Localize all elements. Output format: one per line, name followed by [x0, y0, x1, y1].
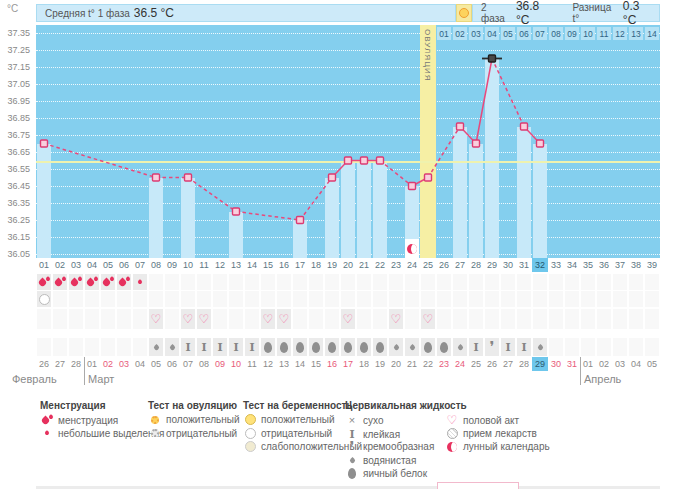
- ovulation-test-positive-icon: [151, 416, 159, 424]
- calendar-date[interactable]: 14: [292, 357, 308, 371]
- temperature-point[interactable]: [521, 123, 528, 130]
- temperature-point[interactable]: [473, 140, 480, 147]
- cycle-day-25[interactable]: 25: [420, 258, 436, 272]
- temperature-point[interactable]: [185, 174, 192, 181]
- cycle-day-33[interactable]: 33: [548, 258, 564, 272]
- cycle-day-06[interactable]: 06: [116, 258, 132, 272]
- calendar-date[interactable]: 27: [52, 357, 68, 371]
- cycle-day-35[interactable]: 35: [580, 258, 596, 272]
- temperature-point[interactable]: [345, 157, 352, 164]
- calendar-date[interactable]: 26: [36, 357, 52, 371]
- cycle-day-37[interactable]: 37: [612, 258, 628, 272]
- cycle-day-21[interactable]: 21: [356, 258, 372, 272]
- calendar-date[interactable]: 31: [564, 357, 580, 371]
- calendar-date[interactable]: 30: [548, 357, 564, 371]
- cycle-day-08[interactable]: 08: [148, 258, 164, 272]
- calendar-date[interactable]: 29: [532, 357, 548, 371]
- cycle-day-19[interactable]: 19: [324, 258, 340, 272]
- temperature-point[interactable]: [297, 217, 304, 224]
- cycle-day-34[interactable]: 34: [564, 258, 580, 272]
- calendar-date[interactable]: 28: [68, 357, 84, 371]
- temperature-point[interactable]: [377, 157, 384, 164]
- calendar-date[interactable]: 15: [308, 357, 324, 371]
- cycle-day-29[interactable]: 29: [484, 258, 500, 272]
- calendar-date[interactable]: 03: [116, 357, 132, 371]
- calendar-date[interactable]: 21: [404, 357, 420, 371]
- cycle-day-10[interactable]: 10: [180, 258, 196, 272]
- calendar-date[interactable]: 26: [484, 357, 500, 371]
- cycle-day-12[interactable]: 12: [212, 258, 228, 272]
- calendar-date[interactable]: 23: [436, 357, 452, 371]
- cycle-day-30[interactable]: 30: [500, 258, 516, 272]
- temperature-point[interactable]: [457, 123, 464, 130]
- cycle-day-05[interactable]: 05: [100, 258, 116, 272]
- cycle-day-23[interactable]: 23: [388, 258, 404, 272]
- cycle-day-07[interactable]: 07: [132, 258, 148, 272]
- calendar-date[interactable]: 12: [260, 357, 276, 371]
- cycle-day-22[interactable]: 22: [372, 258, 388, 272]
- cycle-day-36[interactable]: 36: [596, 258, 612, 272]
- calendar-date[interactable]: 22: [420, 357, 436, 371]
- cycle-day-16[interactable]: 16: [276, 258, 292, 272]
- cycle-day-26[interactable]: 26: [436, 258, 452, 272]
- calendar-date[interactable]: 05: [148, 357, 164, 371]
- temperature-plot[interactable]: ОВУЛЯЦИЯ0102030405060708091011121314: [36, 25, 660, 258]
- cycle-day-04[interactable]: 04: [84, 258, 100, 272]
- calendar-date[interactable]: 04: [628, 357, 644, 371]
- calendar-date[interactable]: 28: [516, 357, 532, 371]
- calendar-date[interactable]: 19: [372, 357, 388, 371]
- cycle-day-15[interactable]: 15: [260, 258, 276, 272]
- calendar-date[interactable]: 01: [84, 357, 100, 371]
- calendar-date[interactable]: 13: [276, 357, 292, 371]
- calendar-date[interactable]: 10: [228, 357, 244, 371]
- day-cell: [149, 338, 163, 356]
- calendar-date[interactable]: 07: [180, 357, 196, 371]
- cycle-day-28[interactable]: 28: [468, 258, 484, 272]
- temperature-point[interactable]: [409, 183, 416, 190]
- calendar-date[interactable]: 25: [468, 357, 484, 371]
- menstruation-drop-icon: [102, 276, 114, 288]
- cycle-day-01[interactable]: 01: [36, 258, 52, 272]
- calendar-date[interactable]: 24: [452, 357, 468, 371]
- calendar-date[interactable]: 11: [244, 357, 260, 371]
- calendar-date[interactable]: 18: [356, 357, 372, 371]
- cycle-day-24[interactable]: 24: [404, 258, 420, 272]
- calendar-date[interactable]: 06: [164, 357, 180, 371]
- temperature-point[interactable]: [329, 174, 336, 181]
- temperature-point[interactable]: [425, 174, 432, 181]
- cycle-day-03[interactable]: 03: [68, 258, 84, 272]
- cycle-day-11[interactable]: 11: [196, 258, 212, 272]
- temperature-point[interactable]: [41, 140, 48, 147]
- menstruation-row: [36, 274, 660, 290]
- calendar-date[interactable]: 02: [596, 357, 612, 371]
- calendar-date[interactable]: 03: [612, 357, 628, 371]
- temperature-point[interactable]: [537, 140, 544, 147]
- calendar-date[interactable]: 09: [212, 357, 228, 371]
- temperature-point[interactable]: [361, 157, 368, 164]
- day-cell: ♡: [341, 309, 355, 329]
- calendar-date[interactable]: 27: [500, 357, 516, 371]
- cycle-day-32[interactable]: 32: [532, 258, 548, 272]
- cycle-day-09[interactable]: 09: [164, 258, 180, 272]
- selected-temperature-point[interactable]: [489, 55, 496, 62]
- calendar-date[interactable]: 01: [580, 357, 596, 371]
- cycle-day-14[interactable]: 14: [244, 258, 260, 272]
- calendar-date[interactable]: 17: [340, 357, 356, 371]
- cycle-day-20[interactable]: 20: [340, 258, 356, 272]
- cycle-day-18[interactable]: 18: [308, 258, 324, 272]
- cycle-day-02[interactable]: 02: [52, 258, 68, 272]
- calendar-date[interactable]: 20: [388, 357, 404, 371]
- calendar-date[interactable]: 02: [100, 357, 116, 371]
- cycle-day-17[interactable]: 17: [292, 258, 308, 272]
- calendar-date[interactable]: 05: [644, 357, 660, 371]
- cycle-day-13[interactable]: 13: [228, 258, 244, 272]
- calendar-date[interactable]: 04: [132, 357, 148, 371]
- calendar-date[interactable]: 08: [196, 357, 212, 371]
- cycle-day-31[interactable]: 31: [516, 258, 532, 272]
- temperature-point[interactable]: [153, 174, 160, 181]
- cycle-day-27[interactable]: 27: [452, 258, 468, 272]
- cycle-day-38[interactable]: 38: [628, 258, 644, 272]
- cycle-day-39[interactable]: 39: [644, 258, 660, 272]
- temperature-point[interactable]: [233, 208, 240, 215]
- calendar-date[interactable]: 16: [324, 357, 340, 371]
